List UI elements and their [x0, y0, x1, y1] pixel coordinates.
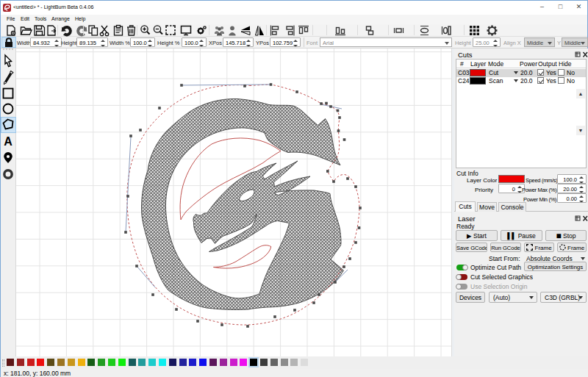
- svg-text:A: A: [4, 135, 12, 148]
